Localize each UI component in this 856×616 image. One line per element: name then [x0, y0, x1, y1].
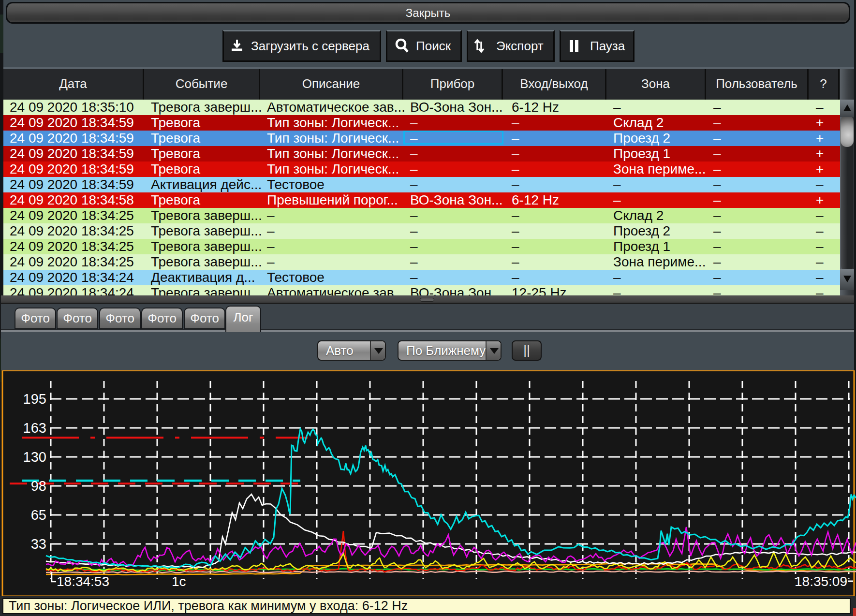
svg-text:163: 163 [23, 420, 46, 436]
svg-text:130: 130 [23, 449, 46, 465]
svg-text:18:35:09: 18:35:09 [795, 574, 847, 589]
svg-text:33: 33 [31, 536, 46, 552]
svg-text:98: 98 [31, 478, 46, 494]
svg-text:1c: 1c [172, 574, 186, 589]
svg-text:65: 65 [31, 507, 46, 523]
svg-text:18:34:53: 18:34:53 [57, 574, 109, 589]
svg-text:195: 195 [23, 391, 46, 407]
